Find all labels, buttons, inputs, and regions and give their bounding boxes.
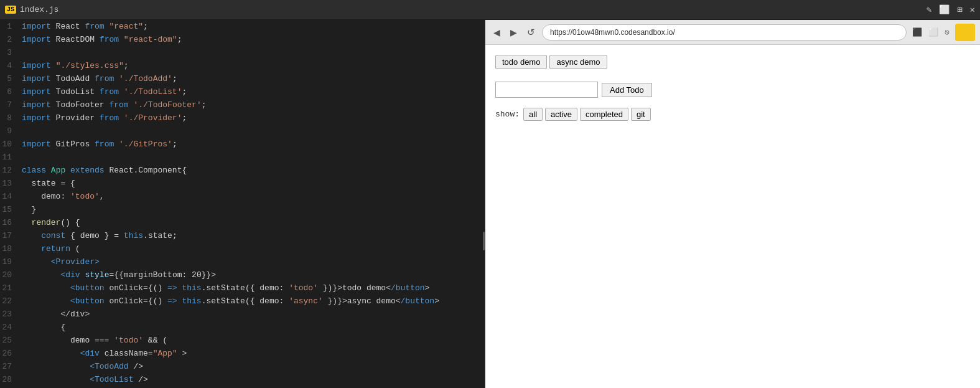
code-line: 27 <TodoAdd /> <box>0 360 485 373</box>
code-line: 26 <div className="App" > <box>0 347 485 360</box>
code-line: 14 demo: 'todo', <box>0 190 485 203</box>
add-todo-row: Add Todo <box>495 82 970 98</box>
filter-git-button[interactable]: git <box>631 108 651 121</box>
line-number: 16 <box>0 216 22 229</box>
code-line: 7import TodoFooter from './TodoFooter'; <box>0 98 485 111</box>
show-filter-row: show: all active completed git <box>495 108 970 121</box>
line-number: 7 <box>0 98 22 111</box>
line-content: <div style={{marginBottom: 20}}> <box>22 268 485 282</box>
line-number: 23 <box>0 308 22 321</box>
line-content: import "./styles.css"; <box>22 59 485 72</box>
split-view-icon[interactable]: ⬜ <box>926 26 940 39</box>
forward-button[interactable]: ▶ <box>507 26 520 39</box>
line-number: 11 <box>0 151 22 164</box>
code-line: 11 <box>0 151 485 164</box>
line-content: render() { <box>22 216 485 229</box>
filter-active-button[interactable]: active <box>545 108 577 121</box>
code-line: 8import Provider from './Provider'; <box>0 111 485 125</box>
demo-buttons-row: todo demo async demo <box>495 55 970 69</box>
line-content: { <box>22 321 485 334</box>
code-line: 21 <button onClick={() => this.setState(… <box>0 282 485 295</box>
line-number: 20 <box>0 268 22 282</box>
line-content: demo === 'todo' && ( <box>22 334 485 347</box>
line-number: 15 <box>0 203 22 216</box>
line-number: 4 <box>0 59 22 72</box>
code-line: 24 { <box>0 321 485 334</box>
line-number: 10 <box>0 138 22 151</box>
refresh-button[interactable]: ↺ <box>524 26 538 39</box>
window-icon[interactable]: ⬜ <box>939 4 950 15</box>
open-external-icon[interactable]: ⎋ <box>943 26 951 39</box>
line-content: <button onClick={() => this.setState({ d… <box>22 282 485 295</box>
todo-text-input[interactable] <box>495 82 598 98</box>
code-line: 12class App extends React.Component{ <box>0 164 485 177</box>
line-number: 2 <box>0 33 22 46</box>
line-content: <TodoList /> <box>22 373 485 386</box>
code-line: 20 <div style={{marginBottom: 20}}> <box>0 268 485 282</box>
line-content: <TodoAdd /> <box>22 360 485 373</box>
line-content: import ReactDOM from "react-dom"; <box>22 33 485 46</box>
code-line: 25 demo === 'todo' && ( <box>0 334 485 347</box>
code-line: 5import TodoAdd from './TodoAdd'; <box>0 72 485 85</box>
line-number: 26 <box>0 347 22 360</box>
code-line: 16 render() { <box>0 216 485 229</box>
main-layout: 1import React from "react"; 2import Reac… <box>0 20 980 388</box>
line-content: import TodoAdd from './TodoAdd'; <box>22 72 485 85</box>
line-number: 3 <box>0 46 22 59</box>
show-label: show: <box>495 110 520 119</box>
line-number: 14 <box>0 190 22 203</box>
back-button[interactable]: ◀ <box>490 26 503 39</box>
todo-demo-button[interactable]: todo demo <box>495 55 547 69</box>
codesandbox-logo <box>955 24 975 41</box>
line-number: 18 <box>0 242 22 255</box>
close-icon[interactable]: ✕ <box>970 4 975 15</box>
line-content: class App extends React.Component{ <box>22 164 485 177</box>
line-number: 28 <box>0 373 22 386</box>
code-line: 10import GitPros from './GitPros'; <box>0 138 485 151</box>
code-line: 3 <box>0 46 485 59</box>
line-content: import Provider from './Provider'; <box>22 111 485 125</box>
js-badge: JS <box>5 6 16 14</box>
pencil-icon[interactable]: ✎ <box>926 4 931 15</box>
code-line: 1import React from "react"; <box>0 20 485 33</box>
line-number: 25 <box>0 334 22 347</box>
code-line: 4import "./styles.css"; <box>0 59 485 72</box>
line-number: 9 <box>0 125 22 138</box>
line-number: 12 <box>0 164 22 177</box>
line-content: state = { <box>22 177 485 190</box>
code-editor: 1import React from "react"; 2import Reac… <box>0 20 485 388</box>
tablet-icon[interactable]: ⬛ <box>910 26 924 39</box>
line-content: import GitPros from './GitPros'; <box>22 138 485 151</box>
code-line: 19 <Provider> <box>0 255 485 268</box>
line-content: return ( <box>22 242 485 255</box>
line-content: <div className="App" > <box>22 347 485 360</box>
filename: index.js <box>20 5 58 14</box>
line-number: 5 <box>0 72 22 85</box>
line-number: 21 <box>0 282 22 295</box>
browser-action-icons: ⬛ ⬜ ⎋ <box>910 26 951 39</box>
code-line: 22 <button onClick={() => this.setState(… <box>0 295 485 308</box>
line-content: <button onClick={() => this.setState({ d… <box>22 295 485 308</box>
line-number: 19 <box>0 255 22 268</box>
code-line: 6import TodoList from './TodoList'; <box>0 85 485 98</box>
line-number: 27 <box>0 360 22 373</box>
line-content: import TodoList from './TodoList'; <box>22 85 485 98</box>
line-number: 6 <box>0 85 22 98</box>
scroll-indicator <box>483 232 485 250</box>
split-icon[interactable]: ⊞ <box>957 4 962 15</box>
code-lines: 1import React from "react"; 2import Reac… <box>0 20 485 386</box>
line-content: demo: 'todo', <box>22 190 485 203</box>
filter-all-button[interactable]: all <box>523 108 543 121</box>
browser-panel: ◀ ▶ ↺ ⬛ ⬜ ⎋ todo demo async demo Add Tod… <box>485 20 980 388</box>
line-number: 13 <box>0 177 22 190</box>
code-line: 13 state = { <box>0 177 485 190</box>
url-bar[interactable] <box>542 24 907 40</box>
top-bar: JS index.js ✎ ⬜ ⊞ ✕ <box>0 0 980 20</box>
filter-completed-button[interactable]: completed <box>580 108 628 121</box>
add-todo-button[interactable]: Add Todo <box>602 83 652 97</box>
browser-toolbar: ◀ ▶ ↺ ⬛ ⬜ ⎋ <box>485 20 980 45</box>
async-demo-button[interactable]: async demo <box>549 55 607 69</box>
top-bar-icons: ✎ ⬜ ⊞ ✕ <box>926 4 975 15</box>
line-number: 22 <box>0 295 22 308</box>
line-content: } <box>22 203 485 216</box>
